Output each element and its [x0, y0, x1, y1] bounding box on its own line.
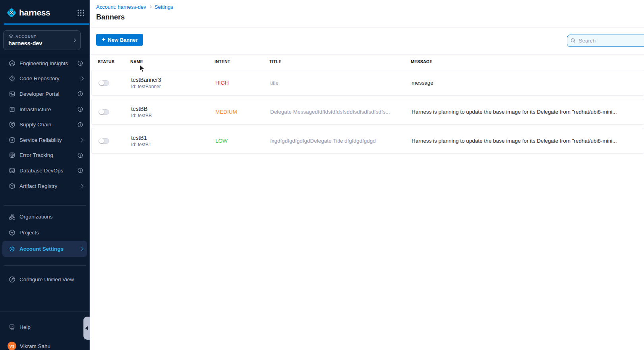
banner-name: testB1: [131, 135, 215, 141]
sidebar: harness ACCOUNT harness-dev: [0, 0, 90, 350]
organizations-icon: [9, 213, 15, 220]
sidebar-accent-line: [4, 23, 89, 25]
supply-chain-icon: [9, 121, 15, 128]
divider: [91, 27, 644, 27]
harness-app: harness ACCOUNT harness-dev: [0, 0, 644, 350]
engineering-insights-icon: [9, 60, 15, 67]
user-name: Vikram Sahu: [20, 343, 50, 349]
info-icon[interactable]: [77, 91, 83, 97]
artifact-registry-icon: [9, 183, 15, 190]
table-row[interactable]: testBanner3 Id: testBanner HIGH title me…: [91, 70, 644, 96]
sidebar-item-code-repository[interactable]: Code Repository: [2, 71, 87, 87]
sidebar-item-developer-portal[interactable]: Developer Portal: [2, 86, 87, 102]
sidebar-header: harness: [6, 5, 85, 20]
status-toggle[interactable]: [99, 80, 109, 86]
page-title: Banners: [96, 13, 125, 21]
harness-logo-icon: [6, 7, 17, 19]
divider: [4, 265, 86, 266]
chevron-right-icon: [149, 6, 152, 8]
module-nav: Engineering Insights Code Repository Dev…: [0, 56, 89, 193]
sidebar-item-engineering-insights[interactable]: Engineering Insights: [2, 56, 87, 71]
code-repository-icon: [9, 75, 15, 82]
search-box: [567, 35, 644, 47]
sidebar-item-account-settings[interactable]: Account Settings: [2, 241, 87, 257]
banner-title: title: [270, 80, 412, 86]
tertiary-nav: Configure Unified View: [0, 271, 89, 287]
account-label-row: ACCOUNT: [8, 34, 76, 39]
footer-nav: ? Help: [0, 319, 89, 335]
info-icon[interactable]: [77, 106, 83, 112]
divider: [0, 311, 89, 311]
chevron-left-icon: [85, 326, 88, 330]
info-icon[interactable]: [77, 168, 83, 173]
infrastructure-icon: [9, 106, 15, 113]
sidebar-item-database-devops[interactable]: Database DevOps: [2, 163, 87, 178]
sidebar-item-configure-unified-view[interactable]: Configure Unified View: [2, 271, 87, 287]
account-label: ACCOUNT: [15, 35, 37, 39]
toggle-knob: [99, 138, 104, 143]
user-menu[interactable]: VS Vikram Sahu: [0, 338, 89, 350]
info-icon[interactable]: [77, 153, 83, 158]
search-icon: [571, 38, 576, 44]
intent-badge: LOW: [215, 138, 270, 144]
account-nav: Organizations Projects Account Settings: [0, 209, 89, 257]
table-row[interactable]: testBB Id: testBB MEDIUM Delegate Messag…: [91, 99, 644, 125]
info-icon[interactable]: [77, 60, 83, 66]
database-devops-icon: [9, 167, 15, 174]
sidebar-item-projects[interactable]: Projects: [2, 225, 87, 241]
main-content: Account: harness-dev Settings Banners Ne…: [91, 0, 644, 350]
error-tracking-icon: [9, 152, 15, 159]
sidebar-item-service-reliability[interactable]: Service Reliability: [2, 132, 87, 148]
column-header-status: STATUS: [98, 59, 130, 64]
intent-badge: MEDIUM: [215, 109, 270, 115]
chevron-right-icon: [80, 77, 83, 80]
unified-view-icon: [9, 276, 15, 283]
column-header-name: NAME: [130, 59, 215, 64]
banner-id: Id: testBB: [131, 113, 215, 118]
table-header: STATUS NAME INTENT TITLE MESSAGE: [91, 54, 644, 69]
info-icon[interactable]: [77, 122, 83, 128]
status-toggle[interactable]: [99, 109, 109, 115]
banner-title: Delegate Messagedfdffdsfdfdsfsddfsdfsdfs…: [270, 109, 412, 115]
intent-badge: HIGH: [215, 80, 270, 86]
sidebar-item-error-tracking[interactable]: Error Tracking: [2, 148, 87, 163]
new-banner-button-label: New Banner: [108, 37, 137, 43]
column-header-message: MESSAGE: [411, 59, 644, 64]
column-header-title: TITLE: [269, 59, 411, 64]
gear-icon: [9, 246, 15, 252]
banner-message: Harness is planning to update the base i…: [412, 109, 644, 115]
banner-title: fxgdfgdfgdfgdfgdDelegate Title dfgfdgdfg…: [270, 138, 412, 144]
account-selector[interactable]: ACCOUNT harness-dev: [3, 30, 81, 50]
table-row[interactable]: testB1 Id: testB1 LOW fxgdfgdfgdfgdfgdDe…: [91, 128, 644, 154]
avatar: VS: [8, 342, 16, 350]
help-icon: ?: [9, 324, 15, 331]
chevron-right-icon: [80, 139, 83, 141]
sidebar-item-organizations[interactable]: Organizations: [2, 209, 87, 225]
new-banner-button[interactable]: New Banner: [96, 34, 143, 46]
sidebar-collapse-handle[interactable]: [83, 317, 90, 340]
plus-icon: [102, 37, 105, 43]
breadcrumb: Account: harness-dev Settings: [96, 4, 173, 10]
sidebar-item-artifact-registry[interactable]: Artifact Registry: [2, 178, 87, 194]
toggle-knob: [99, 80, 104, 85]
breadcrumb-account-link[interactable]: Account: harness-dev: [96, 4, 146, 10]
breadcrumb-settings-link[interactable]: Settings: [155, 4, 173, 10]
banner-message: Harness is planning to update the base i…: [412, 138, 644, 144]
banner-id: Id: testBanner: [131, 84, 215, 89]
banner-id: Id: testB1: [131, 142, 215, 147]
status-toggle[interactable]: [99, 138, 109, 144]
layers-icon: [8, 34, 14, 39]
sidebar-item-help[interactable]: ? Help: [2, 319, 87, 335]
developer-portal-icon: [9, 91, 15, 97]
svg-text:?: ?: [11, 325, 13, 328]
sidebar-item-supply-chain[interactable]: Supply Chain: [2, 117, 87, 132]
toggle-knob: [99, 109, 104, 114]
module-grid-icon[interactable]: [77, 9, 85, 17]
divider: [4, 205, 86, 206]
sidebar-item-infrastructure[interactable]: Infrastructure: [2, 102, 87, 117]
search-input[interactable]: [578, 38, 644, 44]
banner-message: message: [412, 80, 644, 86]
account-name: harness-dev: [8, 40, 76, 46]
service-reliability-icon: [9, 137, 15, 143]
banner-name: testBanner3: [131, 77, 215, 83]
